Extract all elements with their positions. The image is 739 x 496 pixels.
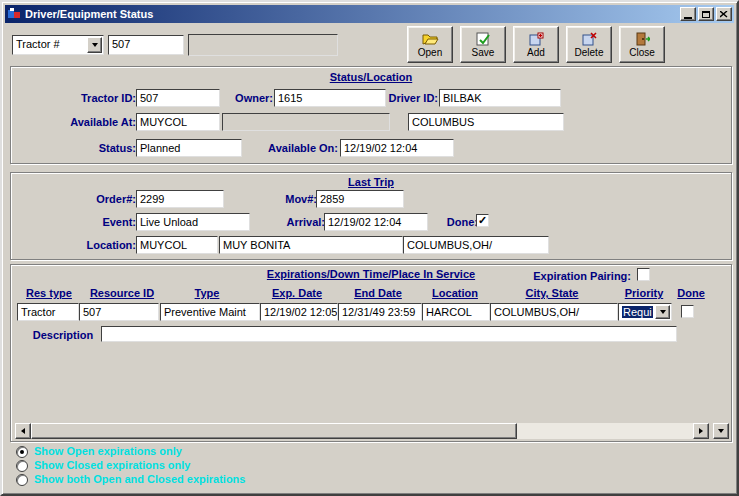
title-bar: Driver/Equipment Status [5,5,734,23]
available-at-label: Available At: [41,116,136,128]
close-icon [720,11,728,18]
resource-type-value: Tractor # [16,38,60,50]
available-at-code-input[interactable]: MUYCOL [136,113,220,131]
resource-type-dropdown-button[interactable] [87,37,102,53]
resource-type-select[interactable]: Tractor # [12,35,104,55]
chevron-down-icon [660,310,666,314]
priority-value: Requi [622,306,653,318]
available-at-city-input[interactable]: COLUMBUS [408,113,564,131]
delete-button[interactable]: Delete [566,26,612,63]
maximize-icon [702,11,710,18]
row-done-checkbox[interactable] [681,305,694,318]
column-header-city-state: City, State [488,287,616,299]
add-button[interactable]: Add [513,26,559,63]
arrow-right-icon [699,428,703,434]
row-exp-date-input[interactable]: 12/19/02 12:05 [260,303,338,321]
expiration-pairing-label: Expiration Pairing: [506,270,631,282]
row-end-date-input[interactable]: 12/31/49 23:59 [338,303,422,321]
status-location-group: Status/Location Tractor ID: 507 Owner: 1… [10,66,732,164]
minimize-icon [684,17,692,19]
save-button[interactable]: Save [460,26,506,63]
arrival-input[interactable]: 12/19/02 12:04 [324,213,428,231]
driver-id-input[interactable]: BILBAK [439,89,561,107]
row-type-input[interactable]: Preventive Maint [160,303,260,321]
radio-show-open[interactable] [16,446,28,458]
delete-button-label: Delete [575,47,604,58]
driver-id-label: Driver ID: [368,92,438,104]
event-label: Event: [41,216,136,228]
row-resource-id-input[interactable]: 507 [79,303,159,321]
column-header-priority: Priority [616,287,672,299]
close-button-label: Close [629,47,655,58]
radio-show-both-label[interactable]: Show both Open and Closed expirations [34,473,245,485]
location-code-input[interactable]: MUYCOL [136,236,218,254]
available-at-name-field [222,113,390,131]
available-on-input[interactable]: 12/19/02 12:04 [340,139,454,157]
open-button-label: Open [418,47,442,58]
row-city-state-input[interactable]: COLUMBUS,OH/ [490,303,618,321]
owner-label: Owner: [213,92,273,104]
mov-input[interactable]: 2859 [316,190,404,208]
status-label: Status: [41,142,136,154]
expiration-pairing-checkbox[interactable] [637,268,650,281]
minimize-button[interactable] [680,7,696,21]
order-input[interactable]: 2299 [136,190,224,208]
expirations-group: Expirations/Down Time/Place In Service E… [10,264,732,442]
tractor-id-label: Tractor ID: [41,92,136,104]
description-label: Description [25,329,101,341]
order-label: Order#: [41,193,136,205]
save-check-icon [476,32,491,46]
scroll-right-button[interactable] [693,423,709,439]
driver-equipment-status-window: Driver/Equipment Status Tractor # 507 Op… [0,0,739,496]
radio-show-open-label[interactable]: Show Open expirations only [34,445,182,457]
window-title: Driver/Equipment Status [25,8,678,20]
column-header-exp-date: Exp. Date [258,287,336,299]
status-input[interactable]: Planned [136,139,242,157]
delete-record-icon [582,32,597,46]
readonly-field [188,34,338,56]
column-header-location: Location [420,287,490,299]
priority-dropdown-button[interactable] [655,305,670,319]
radio-show-closed[interactable] [16,460,28,472]
arrow-left-icon [21,428,25,434]
open-button[interactable]: Open [407,26,453,63]
add-button-label: Add [527,47,545,58]
close-door-icon [635,32,650,46]
radio-show-both[interactable] [16,474,28,486]
window-close-button[interactable] [716,7,732,21]
maximize-button[interactable] [698,7,714,21]
column-header-end-date: End Date [336,287,420,299]
location-label: Location: [41,239,136,251]
available-on-label: Available On: [243,142,338,154]
column-header-type: Type [157,287,257,299]
row-res-type-input[interactable]: Tractor [17,303,79,321]
save-button-label: Save [472,47,495,58]
description-input[interactable] [101,326,677,342]
scroll-left-button[interactable] [15,423,31,439]
priority-select[interactable]: Requi [618,303,672,321]
scroll-down-button[interactable] [713,423,729,439]
event-input[interactable]: Live Unload [136,213,250,231]
app-icon [7,7,21,21]
toolbar-close-button[interactable]: Close [619,26,665,63]
done-checkbox[interactable] [476,214,489,227]
column-header-done: Done [671,287,711,299]
location-name-input[interactable]: MUY BONITA [219,236,403,254]
arrival-label: Arrival: [261,216,325,228]
resource-id-input[interactable]: 507 [108,35,184,55]
radio-show-closed-label[interactable]: Show Closed expirations only [34,459,190,471]
last-trip-group: Last Trip Order#: 2299 Mov#: 2859 Event:… [10,172,732,260]
location-city-input[interactable]: COLUMBUS,OH/ [403,236,549,254]
done-label: Done: [428,216,478,228]
row-location-input[interactable]: HARCOL [422,303,490,321]
arrow-down-icon [718,429,724,433]
column-header-resource-id: Resource ID [81,287,163,299]
scrollbar-thumb[interactable] [31,423,517,439]
mov-label: Mov#: [255,193,317,205]
chevron-down-icon [92,43,98,47]
open-folder-icon [422,32,439,46]
status-location-title: Status/Location [11,71,731,83]
last-trip-title: Last Trip [11,176,731,188]
column-header-res-type: Res type [19,287,79,299]
tractor-id-input[interactable]: 507 [136,89,220,107]
